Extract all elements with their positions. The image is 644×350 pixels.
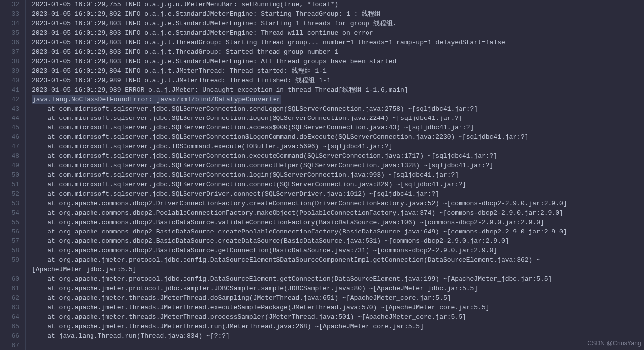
log-line: at org.apache.jmeter.threads.JMeterThrea… [32, 293, 644, 303]
log-line: 2023-01-05 16:01:29,803 INFO o.a.j.e.Sta… [32, 19, 644, 28]
log-line: at org.apache.commons.dbcp2.BasicDataSou… [32, 236, 644, 246]
log-line: at java.lang.Thread.run(Thread.java:834)… [32, 331, 644, 341]
watermark-text: CSDN @CriusYang [587, 339, 641, 348]
log-line: 2023-01-05 16:01:29,804 INFO o.a.j.t.JMe… [32, 66, 644, 76]
line-number: 53 [0, 199, 19, 208]
line-number: 35 [0, 28, 19, 38]
line-number: 64 [0, 312, 19, 322]
line-number: 37 [0, 47, 19, 57]
log-line: at com.microsoft.sqlserver.jdbc.SQLServe… [32, 104, 644, 114]
log-line: at org.apache.jmeter.protocol.jdbc.sampl… [32, 284, 644, 293]
line-number: 47 [0, 142, 19, 151]
log-line: at com.microsoft.sqlserver.jdbc.SQLServe… [32, 161, 644, 170]
line-number: 59 [0, 255, 19, 274]
log-line: at org.apache.commons.dbcp2.BasicDataSou… [32, 227, 644, 236]
line-number: 56 [0, 227, 19, 236]
log-line: at org.apache.commons.dbcp2.BasicDataSou… [32, 218, 644, 227]
log-line: at com.microsoft.sqlserver.jdbc.SQLServe… [32, 189, 644, 199]
log-content[interactable]: 2023-01-05 16:01:29,755 INFO o.a.j.g.u.J… [26, 0, 644, 350]
log-line: at org.apache.jmeter.protocol.jdbc.confi… [32, 274, 644, 284]
log-line: 2023-01-05 16:01:29,802 INFO o.a.j.e.Sta… [32, 9, 644, 19]
line-number: 46 [0, 132, 19, 142]
line-number: 44 [0, 114, 19, 123]
line-number: 52 [0, 189, 19, 199]
line-number: 50 [0, 170, 19, 180]
log-line: at org.apache.commons.dbcp2.BasicDataSou… [32, 246, 644, 255]
log-line: 2023-01-05 16:01:29,803 INFO o.a.j.e.Sta… [32, 57, 644, 66]
log-line: 2023-01-05 16:01:29,989 ERROR o.a.j.JMet… [32, 85, 644, 95]
log-line: at com.microsoft.sqlserver.jdbc.SQLServe… [32, 132, 644, 142]
log-line: 2023-01-05 16:01:29,803 INFO o.a.j.t.Thr… [32, 38, 644, 47]
line-number: 62 [0, 293, 19, 303]
log-line: at org.apache.commons.dbcp2.PoolableConn… [32, 208, 644, 218]
line-number: 33 [0, 9, 19, 19]
line-number: 55 [0, 218, 19, 227]
log-line: 2023-01-05 16:01:29,803 INFO o.a.j.e.Sta… [32, 28, 644, 38]
log-line: at com.microsoft.sqlserver.jdbc.SQLServe… [32, 151, 644, 161]
line-number: 49 [0, 161, 19, 170]
line-number: 45 [0, 123, 19, 132]
line-number: 38 [0, 57, 19, 66]
line-number: 57 [0, 236, 19, 246]
log-line [32, 341, 644, 350]
log-line: at com.microsoft.sqlserver.jdbc.SQLServe… [32, 180, 644, 189]
line-number: 66 [0, 331, 19, 341]
line-number: 61 [0, 284, 19, 293]
log-line: 2023-01-05 16:01:29,989 INFO o.a.j.t.JMe… [32, 76, 644, 85]
log-line: 2023-01-05 16:01:29,803 INFO o.a.j.t.Thr… [32, 47, 644, 57]
line-number: 40 [0, 76, 19, 85]
line-number: 48 [0, 151, 19, 161]
line-number: 51 [0, 180, 19, 189]
line-number: 43 [0, 104, 19, 114]
line-number-gutter: 3233343536373839404142434445464748495051… [0, 0, 26, 350]
log-line: at com.microsoft.sqlserver.jdbc.SQLServe… [32, 170, 644, 180]
log-editor: 3233343536373839404142434445464748495051… [0, 0, 644, 350]
log-line: at org.apache.jmeter.protocol.jdbc.confi… [32, 255, 644, 274]
line-number: 34 [0, 19, 19, 28]
log-line: at com.microsoft.sqlserver.jdbc.SQLServe… [32, 114, 644, 123]
log-line: at org.apache.jmeter.threads.JMeterThrea… [32, 322, 644, 331]
line-number: 54 [0, 208, 19, 218]
line-number: 32 [0, 0, 19, 9]
log-line: at com.microsoft.sqlserver.jdbc.TDSComma… [32, 142, 644, 151]
line-number: 39 [0, 66, 19, 76]
line-number: 63 [0, 303, 19, 312]
log-line: at org.apache.commons.dbcp2.DriverConnec… [32, 199, 644, 208]
line-number: 67 [0, 341, 19, 350]
line-number: 60 [0, 274, 19, 284]
line-number: 65 [0, 322, 19, 331]
log-line: java.lang.NoClassDefFoundError: javax/xm… [32, 95, 644, 104]
log-line: at com.microsoft.sqlserver.jdbc.SQLServe… [32, 123, 644, 132]
log-line: 2023-01-05 16:01:29,755 INFO o.a.j.g.u.J… [32, 0, 644, 9]
line-number: 36 [0, 38, 19, 47]
log-line: at org.apache.jmeter.threads.JMeterThrea… [32, 312, 644, 322]
log-line: at org.apache.jmeter.threads.JMeterThrea… [32, 303, 644, 312]
line-number: 42 [0, 95, 19, 104]
highlighted-error: java.lang.NoClassDefFoundError: javax/xm… [32, 95, 281, 104]
line-number: 41 [0, 85, 19, 95]
line-number: 58 [0, 246, 19, 255]
